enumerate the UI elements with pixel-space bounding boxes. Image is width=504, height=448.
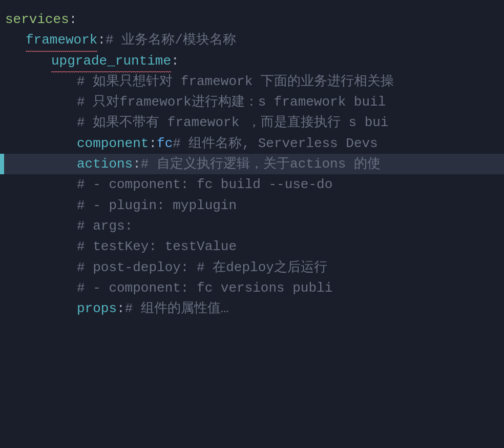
code-editor: services: framework : # 业务名称/模块名称 upgrad… bbox=[0, 0, 504, 448]
line-services: services: bbox=[0, 9, 504, 30]
line-actions: actions: # 自定义执行逻辑，关于actions 的使 bbox=[0, 154, 504, 174]
line-testkey: # testKey: testValue bbox=[0, 236, 504, 257]
line-args: # args: bbox=[0, 216, 504, 236]
line-props: props: # 组件的属性值… bbox=[0, 298, 504, 319]
left-highlight-marker bbox=[0, 154, 4, 174]
services-key: services bbox=[5, 9, 69, 30]
line-post-deploy: # post-deploy: # 在deploy之后运行 bbox=[0, 257, 504, 278]
framework-key: framework bbox=[26, 30, 97, 50]
line-comment-2: # 只对framework进行构建：s framework buil bbox=[0, 92, 504, 112]
upgrade-runtime-key: upgrade_runtime bbox=[51, 51, 171, 71]
line-comment-3: # 如果不带有 framework ，而是直接执行 s bui bbox=[0, 112, 504, 133]
line-comment-1: # 如果只想针对 framework 下面的业务进行相关操 bbox=[0, 71, 504, 92]
line-plugin: # - plugin: myplugin bbox=[0, 195, 504, 216]
line-versions: # - component: fc versions publi bbox=[0, 278, 504, 298]
line-framework: framework : # 业务名称/模块名称 bbox=[0, 30, 504, 50]
line-upgrade-runtime: upgrade_runtime : bbox=[0, 51, 504, 71]
line-fc-build: # - component: fc build --use-do bbox=[0, 174, 504, 195]
line-component: component: fc # 组件名称, Serverless Devs bbox=[0, 133, 504, 154]
framework-comment: # 业务名称/模块名称 bbox=[106, 30, 236, 50]
